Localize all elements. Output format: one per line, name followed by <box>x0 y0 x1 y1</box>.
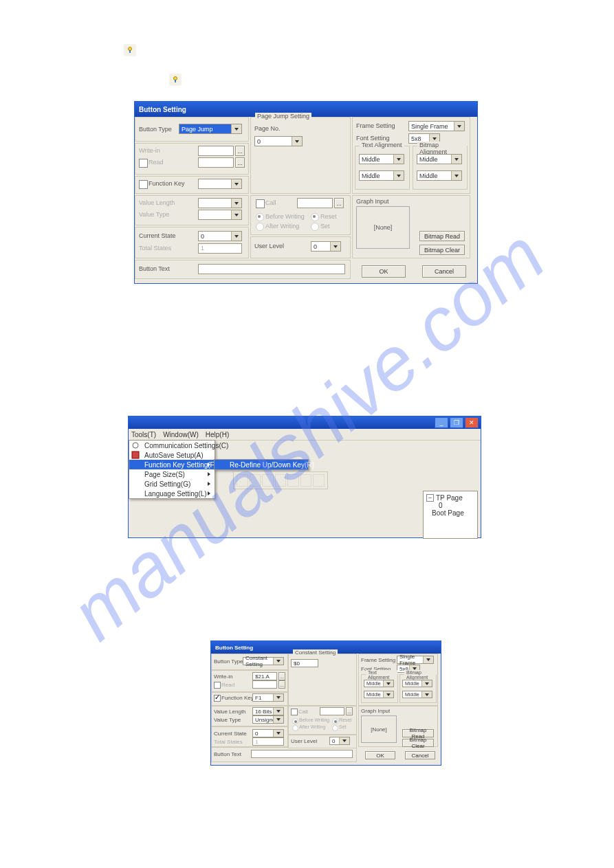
d2-text-align-h[interactable]: Middle <box>364 680 394 687</box>
call-input[interactable] <box>297 198 333 208</box>
menu-window[interactable]: Window(W) <box>163 431 199 438</box>
cancel-button[interactable]: Cancel <box>422 265 466 278</box>
submenu-function-key: Re-Define Up/Down Key(R) <box>214 459 309 470</box>
text-align-v-select[interactable]: Middle <box>359 170 404 181</box>
ok-button[interactable]: OK <box>362 265 406 278</box>
d2-total-states-label: Total States <box>214 739 243 745</box>
write-in-browse-button[interactable]: ... <box>235 146 245 156</box>
reset-radio[interactable] <box>311 213 319 221</box>
read-checkbox[interactable] <box>139 159 148 168</box>
set-radio[interactable] <box>311 223 319 231</box>
d2-function-key-checkbox[interactable] <box>214 695 221 702</box>
mi-function-key-setting[interactable]: Function Key Setting(F) <box>129 460 215 469</box>
page-tree[interactable]: −TP Page 0 Boot Page <box>423 491 478 539</box>
svg-point-0 <box>129 47 132 51</box>
read-browse-button[interactable]: ... <box>235 157 245 168</box>
d2-after-writing-radio[interactable] <box>292 725 298 731</box>
value-type-label: Value Type <box>139 211 169 218</box>
d2-function-key-select[interactable]: F1 <box>252 693 284 702</box>
tool-btn-1[interactable] <box>237 474 248 487</box>
d2-write-browse[interactable]: ... <box>278 672 285 680</box>
d2-value-type-select[interactable]: Unsigned <box>252 715 284 724</box>
menu-tools[interactable]: Tools(T) <box>131 431 156 438</box>
d2-bitmap-align-v[interactable]: Middle <box>402 691 432 698</box>
d2-text-align: Text Alignment <box>361 674 398 703</box>
d2-reset-label: Reset <box>339 717 351 722</box>
tool-btn-3[interactable] <box>262 474 274 487</box>
tree-page-0[interactable]: 0 <box>426 502 474 509</box>
bitmap-align-h-select[interactable]: Middle <box>417 154 462 164</box>
d2-before-writing-radio[interactable] <box>292 718 298 724</box>
mi-grid-setting[interactable]: Grid Setting(G) <box>129 479 215 489</box>
d2-set-radio[interactable] <box>332 725 338 731</box>
read-input[interactable] <box>198 157 234 168</box>
value-type-select[interactable] <box>198 210 242 220</box>
button-type-select[interactable]: Page Jump <box>179 124 242 134</box>
d2-button-type-select[interactable]: Constant Setting <box>243 657 284 665</box>
tool-btn-5[interactable] <box>287 474 299 487</box>
function-key-select[interactable] <box>198 179 242 189</box>
d2-call-input[interactable] <box>320 707 344 715</box>
group-bitmap-alignment: Bitmap Alignment <box>413 146 468 190</box>
d2-read-browse[interactable]: ... <box>278 680 285 689</box>
d2-reset-radio[interactable] <box>332 718 338 724</box>
tool-btn-4[interactable] <box>275 474 287 487</box>
write-in-input[interactable] <box>198 146 234 156</box>
d2-current-state-select[interactable]: 0 <box>252 729 284 737</box>
mi-language-setting[interactable]: Language Setting(L) <box>129 489 215 498</box>
bitmap-read-button[interactable]: Bitmap Read <box>419 231 465 241</box>
d2-constant-input[interactable]: $0 <box>291 659 318 667</box>
mi-comm-settings[interactable]: Communication Settings(C) <box>129 441 215 450</box>
d2-frame-setting-select[interactable]: Single Frame <box>397 656 434 664</box>
minimize-button[interactable]: _ <box>435 417 448 428</box>
d2-read-checkbox[interactable] <box>214 682 221 689</box>
d2-ok-button[interactable]: OK <box>365 751 395 759</box>
menu-help[interactable]: Help(H) <box>206 431 229 438</box>
mi-page-size[interactable]: Page Size(S) <box>129 469 215 479</box>
tool-btn-2[interactable] <box>250 474 261 487</box>
value-length-select[interactable] <box>198 198 242 208</box>
d2-call-checkbox[interactable] <box>291 709 298 715</box>
before-writing-radio[interactable] <box>256 213 264 221</box>
tool-btn-6[interactable] <box>300 474 312 487</box>
d2-text-align-v[interactable]: Middle <box>364 691 394 698</box>
tree-boot-page[interactable]: Boot Page <box>426 509 474 517</box>
bitmap-align-v-select[interactable]: Middle <box>417 170 462 181</box>
current-state-select[interactable]: 0 <box>198 231 242 241</box>
page-no-select[interactable]: 0 <box>254 136 303 146</box>
d2-write-in-input[interactable]: $21.A <box>252 672 277 680</box>
function-key-checkbox[interactable] <box>139 180 148 189</box>
d2-value-length-select[interactable]: 16 Bits <box>252 707 284 715</box>
tool-btn-7[interactable] <box>313 474 325 487</box>
after-writing-label: After Writing <box>265 223 299 230</box>
mi-autosave[interactable]: AutoSave Setup(A) <box>129 450 215 460</box>
bitmap-clear-button[interactable]: Bitmap Clear <box>419 245 465 255</box>
d2-graph-preview: [None] <box>361 715 397 743</box>
maximize-button[interactable]: ❐ <box>450 417 463 428</box>
tools-menu: Communication Settings(C) AutoSave Setup… <box>129 440 215 499</box>
call-checkbox[interactable] <box>256 199 265 208</box>
user-level-label: User Level <box>254 243 284 249</box>
d2-bitmap-clear[interactable]: Bitmap Clear <box>402 739 434 747</box>
button-type-label: Button Type <box>139 126 172 133</box>
d2-bitmap-align-h[interactable]: Middle <box>402 680 432 687</box>
d2-call-browse[interactable]: ... <box>346 707 353 715</box>
tree-tp-page[interactable]: −TP Page <box>426 494 474 502</box>
text-align-h-select[interactable]: Middle <box>359 154 404 164</box>
tools-menu-window: _ ❐ ✕ Tools(T) Window(W) Help(H) Communi… <box>128 416 481 538</box>
titlebar: _ ❐ ✕ <box>129 416 481 429</box>
d2-user-level-select[interactable]: 0 <box>329 737 350 745</box>
collapse-icon[interactable]: − <box>426 494 434 502</box>
after-writing-radio[interactable] <box>256 223 264 231</box>
mi-redefine-updown[interactable]: Re-Define Up/Down Key(R) <box>215 460 308 469</box>
floating-toolbar[interactable] <box>233 471 328 489</box>
close-button[interactable]: ✕ <box>465 417 479 428</box>
d2-cancel-button[interactable]: Cancel <box>405 751 435 759</box>
d2-read-input[interactable] <box>252 680 277 689</box>
button-text-input[interactable] <box>198 264 345 274</box>
user-level-select[interactable]: 0 <box>311 241 341 252</box>
frame-setting-select[interactable]: Single Frame <box>408 121 465 131</box>
d2-call-label: Call <box>298 709 308 715</box>
d2-button-text-input[interactable] <box>251 750 353 758</box>
call-browse-button[interactable]: ... <box>334 198 344 208</box>
